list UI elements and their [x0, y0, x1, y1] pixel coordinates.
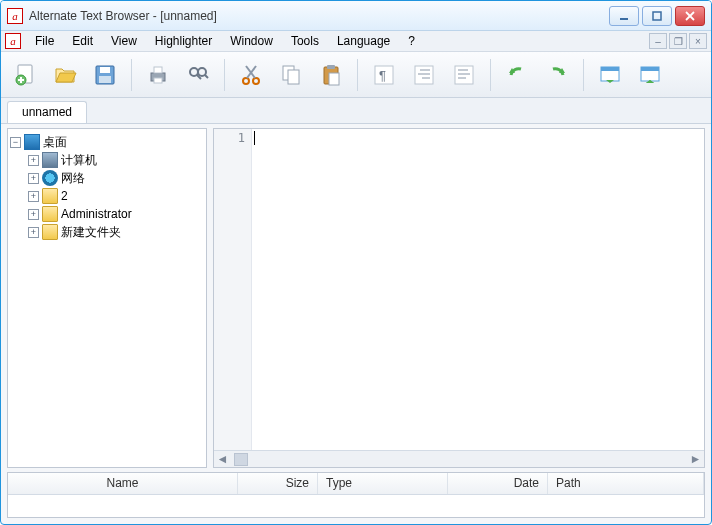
tree-node-newfolder[interactable]: + 新建文件夹	[28, 223, 204, 241]
svg-line-17	[205, 75, 208, 78]
cut-button[interactable]	[233, 57, 269, 93]
tree-label: 新建文件夹	[61, 224, 121, 241]
tree-label: Administrator	[61, 207, 132, 221]
menu-tools[interactable]: Tools	[283, 32, 327, 50]
svg-point-18	[243, 78, 249, 84]
svg-rect-26	[329, 73, 339, 85]
menu-help[interactable]: ?	[400, 32, 423, 50]
copy-button[interactable]	[273, 57, 309, 93]
title-bar[interactable]: a Alternate Text Browser - [unnamed]	[1, 1, 711, 31]
svg-rect-1	[653, 12, 661, 20]
tree-label: 2	[61, 189, 68, 203]
expand-icon[interactable]: +	[28, 191, 39, 202]
expand-icon[interactable]: +	[28, 173, 39, 184]
tree-node-2[interactable]: + 2	[28, 187, 204, 205]
menu-language[interactable]: Language	[329, 32, 398, 50]
collapse-icon[interactable]: −	[10, 137, 21, 148]
scroll-right-icon[interactable]: ►	[687, 451, 704, 468]
menu-edit[interactable]: Edit	[64, 32, 101, 50]
column-name[interactable]: Name	[8, 473, 238, 494]
tree-node-administrator[interactable]: + Administrator	[28, 205, 204, 223]
scroll-left-icon[interactable]: ◄	[214, 451, 231, 468]
svg-rect-25	[327, 65, 335, 69]
svg-rect-12	[154, 67, 162, 73]
window-title: Alternate Text Browser - [unnamed]	[29, 9, 609, 23]
next-window-button[interactable]	[632, 57, 668, 93]
app-window: a Alternate Text Browser - [unnamed] a F…	[0, 0, 712, 525]
find-button[interactable]	[180, 57, 216, 93]
column-date[interactable]: Date	[448, 473, 548, 494]
scroll-thumb[interactable]	[234, 453, 248, 466]
tab-strip: unnamed	[1, 98, 711, 124]
tab-unnamed[interactable]: unnamed	[7, 101, 87, 123]
app-icon: a	[7, 8, 23, 24]
menu-highlighter[interactable]: Highlighter	[147, 32, 220, 50]
tree-label: 计算机	[61, 152, 97, 169]
svg-text:¶: ¶	[379, 68, 386, 83]
app-menu-icon[interactable]: a	[5, 33, 21, 49]
text-area[interactable]	[252, 129, 704, 450]
undo-button[interactable]	[499, 57, 535, 93]
svg-point-16	[198, 68, 206, 76]
details-header: Name Size Type Date Path	[8, 473, 704, 495]
maximize-button[interactable]	[642, 6, 672, 26]
redo-button[interactable]	[539, 57, 575, 93]
paste-button[interactable]	[313, 57, 349, 93]
toolbar: ¶	[1, 52, 711, 98]
show-special-chars-button[interactable]: ¶	[366, 57, 402, 93]
svg-rect-33	[455, 66, 473, 84]
minimize-button[interactable]	[609, 6, 639, 26]
svg-rect-29	[415, 66, 433, 84]
expand-icon[interactable]: +	[28, 155, 39, 166]
svg-rect-38	[601, 67, 619, 71]
mdi-close-button[interactable]: ×	[689, 33, 707, 49]
indent-left-button[interactable]	[406, 57, 442, 93]
close-button[interactable]	[675, 6, 705, 26]
text-cursor	[254, 131, 255, 145]
indent-right-button[interactable]	[446, 57, 482, 93]
folder-icon	[42, 206, 58, 222]
column-type[interactable]: Type	[318, 473, 448, 494]
line-gutter: 1	[214, 129, 252, 450]
svg-rect-9	[100, 67, 110, 73]
svg-rect-13	[154, 78, 162, 83]
mdi-minimize-button[interactable]: –	[649, 33, 667, 49]
column-size[interactable]: Size	[238, 473, 318, 494]
folder-icon	[42, 224, 58, 240]
menu-view[interactable]: View	[103, 32, 145, 50]
tree-node-network[interactable]: + 网络	[28, 169, 204, 187]
tree-node-desktop[interactable]: − 桌面	[10, 133, 204, 151]
column-path[interactable]: Path	[548, 473, 704, 494]
menu-bar: a File Edit View Highlighter Window Tool…	[1, 31, 711, 52]
mdi-restore-button[interactable]: ❐	[669, 33, 687, 49]
save-file-button[interactable]	[87, 57, 123, 93]
menu-file[interactable]: File	[27, 32, 62, 50]
computer-icon	[42, 152, 58, 168]
svg-rect-10	[99, 76, 111, 83]
desktop-icon	[24, 134, 40, 150]
svg-rect-40	[641, 67, 659, 71]
svg-point-19	[253, 78, 259, 84]
folder-tree[interactable]: − 桌面 + 计算机 + 网络 + 2	[7, 128, 207, 468]
expand-icon[interactable]: +	[28, 209, 39, 220]
tree-label: 网络	[61, 170, 85, 187]
open-file-button[interactable]	[47, 57, 83, 93]
tree-node-computer[interactable]: + 计算机	[28, 151, 204, 169]
line-number: 1	[214, 131, 245, 145]
network-icon	[42, 170, 58, 186]
details-body[interactable]	[8, 495, 704, 517]
svg-point-14	[190, 68, 198, 76]
details-list: Name Size Type Date Path	[7, 472, 705, 518]
editor-panel: 1 ◄ ►	[213, 128, 705, 468]
expand-icon[interactable]: +	[28, 227, 39, 238]
new-file-button[interactable]	[7, 57, 43, 93]
svg-rect-23	[288, 70, 299, 84]
tree-label: 桌面	[43, 134, 67, 151]
print-button[interactable]	[140, 57, 176, 93]
prev-window-button[interactable]	[592, 57, 628, 93]
horizontal-scrollbar[interactable]: ◄ ►	[214, 450, 704, 467]
folder-icon	[42, 188, 58, 204]
menu-window[interactable]: Window	[222, 32, 281, 50]
